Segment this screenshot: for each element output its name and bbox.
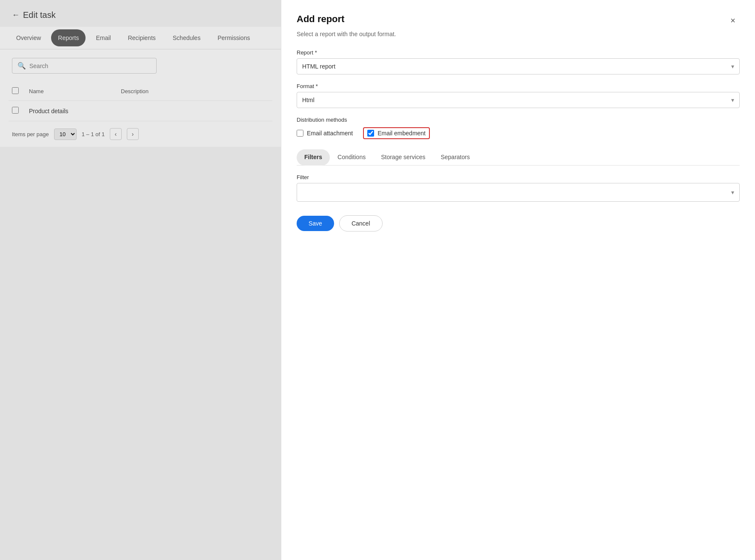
modal-header: Add report × <box>297 14 740 27</box>
distribution-methods: Email attachment Email embedment <box>297 127 740 139</box>
search-box[interactable]: 🔍 <box>12 58 157 74</box>
pagination: Items per page 10 25 50 1 – 1 of 1 ‹ › <box>0 121 281 147</box>
subtab-separators[interactable]: Separators <box>433 149 477 166</box>
row-name: Product details <box>29 108 114 114</box>
tab-recipients[interactable]: Recipients <box>121 29 162 46</box>
subtab-filters[interactable]: Filters <box>297 149 330 166</box>
format-select[interactable]: Html ▾ <box>297 92 740 108</box>
tab-overview[interactable]: Overview <box>9 29 48 46</box>
left-panel: ← Edit task Overview Reports Email Recip… <box>0 0 281 560</box>
filter-select[interactable]: ▾ <box>297 183 740 202</box>
row-check[interactable] <box>12 107 22 115</box>
search-area: 🔍 <box>0 49 281 82</box>
items-per-page-label: Items per page <box>12 131 49 137</box>
format-chevron-icon: ▾ <box>731 97 734 103</box>
email-embedment-wrapper: Email embedment <box>363 127 430 139</box>
select-all-checkbox[interactable] <box>12 87 19 94</box>
report-field-label: Report * <box>297 49 740 56</box>
filter-chevron-icon: ▾ <box>731 189 734 196</box>
cancel-button[interactable]: Cancel <box>339 215 383 231</box>
header-check[interactable] <box>12 87 22 95</box>
email-attachment-item[interactable]: Email attachment <box>297 130 353 137</box>
subtab-conditions[interactable]: Conditions <box>330 149 373 166</box>
report-value: HTML report <box>302 63 335 70</box>
subtabs: Filters Conditions Storage services Sepa… <box>297 149 740 166</box>
distribution-methods-label: Distribution methods <box>297 117 740 123</box>
format-value: Html <box>302 97 315 103</box>
save-button[interactable]: Save <box>297 216 334 231</box>
email-embedment-item[interactable]: Email embedment <box>367 130 426 137</box>
email-attachment-label: Email attachment <box>307 130 353 137</box>
modal-title: Add report <box>297 14 344 25</box>
table-row[interactable]: Product details <box>9 101 272 121</box>
tabs-bar: Overview Reports Email Recipients Schedu… <box>0 27 281 49</box>
report-chevron-icon: ▾ <box>731 63 734 70</box>
modal-footer: Save Cancel <box>297 202 740 235</box>
header-name: Name <box>29 88 114 94</box>
tab-reports[interactable]: Reports <box>51 29 86 46</box>
format-field-label: Format * <box>297 83 740 89</box>
tab-email[interactable]: Email <box>89 29 117 46</box>
email-embedment-checkbox[interactable] <box>367 130 374 137</box>
per-page-select[interactable]: 10 25 50 <box>54 129 77 140</box>
row-checkbox[interactable] <box>12 107 19 114</box>
prev-page-button[interactable]: ‹ <box>110 128 122 140</box>
search-input[interactable] <box>29 63 151 69</box>
subtab-storage-services[interactable]: Storage services <box>373 149 433 166</box>
back-arrow-icon: ← <box>12 11 20 20</box>
reports-table: Name Description Product details <box>0 82 281 121</box>
back-nav[interactable]: ← Edit task <box>0 0 281 27</box>
tab-permissions[interactable]: Permissions <box>211 29 257 46</box>
search-icon: 🔍 <box>17 62 26 70</box>
tab-schedules[interactable]: Schedules <box>166 29 207 46</box>
add-report-modal: Add report × Select a report with the ou… <box>281 0 755 560</box>
next-page-button[interactable]: › <box>127 128 139 140</box>
filter-field-label: Filter <box>297 174 740 180</box>
report-select[interactable]: HTML report ▾ <box>297 58 740 74</box>
close-button[interactable]: × <box>726 14 740 27</box>
page-range: 1 – 1 of 1 <box>82 131 105 137</box>
table-header: Name Description <box>9 82 272 101</box>
email-embedment-label: Email embedment <box>378 130 426 137</box>
header-description: Description <box>121 88 269 94</box>
modal-subtitle: Select a report with the output format. <box>297 31 740 37</box>
page-title: Edit task <box>23 10 56 20</box>
email-attachment-checkbox[interactable] <box>297 130 303 137</box>
